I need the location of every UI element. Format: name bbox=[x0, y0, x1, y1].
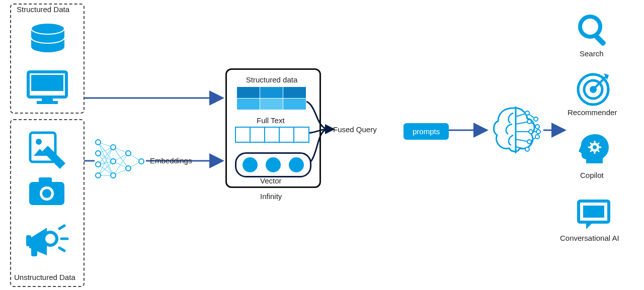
svg-point-58 bbox=[529, 130, 533, 134]
prompts-chip: prompts bbox=[404, 123, 449, 140]
svg-line-79 bbox=[590, 150, 592, 152]
infinity-fulltext-label: Full Text bbox=[257, 116, 285, 125]
svg-point-59 bbox=[527, 140, 531, 144]
unstructured-data-label: Unstructured Data bbox=[14, 273, 75, 281]
brain-icon bbox=[488, 104, 543, 157]
structured-data-label: Structured Data bbox=[17, 5, 69, 14]
svg-rect-66 bbox=[594, 34, 606, 46]
svg-point-45 bbox=[139, 159, 144, 164]
svg-point-40 bbox=[111, 145, 116, 150]
svg-point-43 bbox=[126, 151, 131, 156]
monitor-icon bbox=[27, 70, 68, 106]
prompts-text: prompts bbox=[413, 127, 440, 136]
structured-grid bbox=[236, 86, 307, 111]
output-search-label: Search bbox=[580, 49, 604, 58]
svg-rect-12 bbox=[26, 235, 31, 246]
chat-icon bbox=[576, 199, 612, 232]
svg-rect-3 bbox=[31, 75, 63, 91]
fused-query-label: Fused Query bbox=[333, 125, 377, 134]
svg-point-42 bbox=[111, 173, 116, 178]
svg-rect-9 bbox=[39, 177, 52, 184]
svg-point-39 bbox=[96, 173, 101, 178]
head-gear-icon bbox=[576, 133, 612, 169]
svg-point-56 bbox=[525, 111, 529, 115]
infinity-label: Infinity bbox=[260, 192, 282, 201]
output-conversational-label: Conversational AI bbox=[560, 234, 619, 242]
svg-rect-82 bbox=[583, 206, 604, 218]
svg-point-36 bbox=[96, 140, 101, 145]
svg-line-77 bbox=[598, 150, 599, 152]
infinity-vector-label: Vector bbox=[260, 176, 282, 185]
document-image-icon bbox=[28, 131, 67, 165]
svg-point-7 bbox=[36, 139, 42, 145]
output-recommender-label: Recommender bbox=[568, 108, 617, 117]
target-icon bbox=[576, 70, 612, 107]
svg-point-57 bbox=[527, 120, 531, 124]
diagram-stage: Structured Data Unstructured Data bbox=[0, 0, 644, 290]
svg-point-62 bbox=[535, 125, 539, 129]
svg-point-64 bbox=[535, 135, 539, 139]
svg-rect-4 bbox=[42, 98, 53, 101]
svg-rect-5 bbox=[37, 101, 58, 104]
svg-point-41 bbox=[111, 159, 116, 164]
svg-point-44 bbox=[126, 166, 131, 171]
svg-point-63 bbox=[536, 130, 540, 134]
neural-net-icon bbox=[93, 138, 148, 184]
svg-line-76 bbox=[590, 143, 592, 144]
infinity-structured-label: Structured data bbox=[244, 75, 299, 84]
svg-point-37 bbox=[96, 151, 101, 156]
megaphone-icon bbox=[24, 219, 72, 261]
svg-point-61 bbox=[534, 117, 538, 121]
svg-point-11 bbox=[42, 189, 51, 198]
svg-point-60 bbox=[525, 147, 529, 151]
svg-line-78 bbox=[598, 143, 599, 144]
output-copilot-label: Copilot bbox=[580, 171, 604, 179]
embeddings-label: Embeddings bbox=[150, 156, 192, 165]
vector-pill bbox=[235, 152, 311, 177]
svg-point-65 bbox=[580, 17, 600, 37]
database-icon bbox=[28, 23, 68, 58]
svg-point-38 bbox=[96, 162, 101, 167]
svg-rect-13 bbox=[31, 246, 37, 256]
svg-point-80 bbox=[593, 145, 597, 149]
camera-icon bbox=[28, 176, 67, 207]
search-icon bbox=[576, 13, 611, 48]
